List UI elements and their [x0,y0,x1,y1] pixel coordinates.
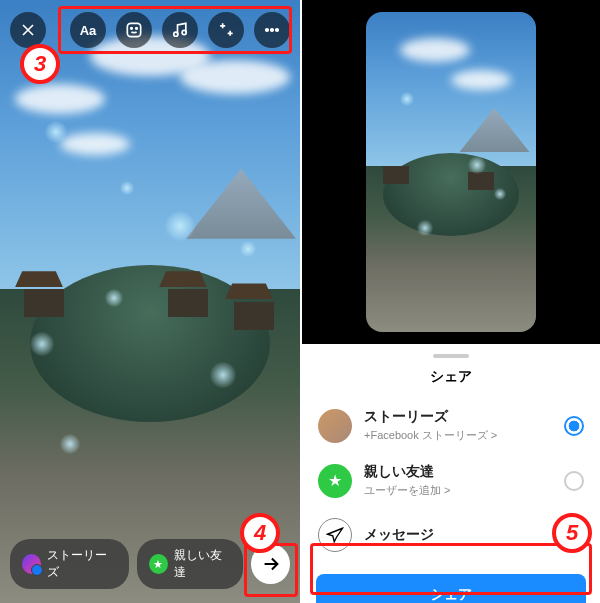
stories-option-icon [318,409,352,443]
share-option-close-friends[interactable]: ★ 親しい友達 ユーザーを追加 > [302,453,600,508]
more-button[interactable] [254,12,290,48]
preview-area [302,0,600,344]
music-button[interactable] [162,12,198,48]
your-story-label: ストーリーズ [47,547,116,581]
close-friends-option-icon: ★ [318,464,352,498]
svg-point-1 [131,28,133,30]
svg-point-4 [182,30,186,34]
story-photo [0,0,300,603]
share-sheet: シェア ストーリーズ +Facebook ストーリーズ > ★ 親しい友達 ユー… [302,344,600,603]
svg-point-6 [271,29,274,32]
close-friends-label: 親しい友達 [174,547,232,581]
svg-point-5 [266,29,269,32]
your-story-button[interactable]: ストーリーズ [10,539,129,589]
message-option-icon [318,518,352,552]
stories-option-subtitle: +Facebook ストーリーズ > [364,428,552,443]
share-sheet-screen: シェア ストーリーズ +Facebook ストーリーズ > ★ 親しい友達 ユー… [300,0,600,603]
close-friends-option-subtitle: ユーザーを追加 > [364,483,552,498]
close-friends-icon: ★ [149,554,168,574]
svg-point-2 [136,28,138,30]
sticker-button[interactable] [116,12,152,48]
text-tool-button[interactable]: Aa [70,12,106,48]
close-friends-option-radio[interactable] [564,471,584,491]
sheet-title: シェア [302,368,600,386]
share-button-label: シェア [430,586,472,602]
close-button[interactable] [10,12,46,48]
text-tool-label: Aa [80,23,97,38]
send-to-button[interactable] [251,544,290,584]
share-button[interactable]: シェア [316,574,586,603]
svg-point-7 [276,29,279,32]
story-editor-screen: Aa 3 ストーリーズ ★ 親しい友達 [0,0,300,603]
story-preview-thumbnail [366,12,536,332]
message-option-title: メッセージ [364,526,567,544]
share-option-message[interactable]: メッセージ › [302,508,600,562]
story-avatar-icon [22,554,41,574]
share-option-stories[interactable]: ストーリーズ +Facebook ストーリーズ > [302,398,600,453]
chevron-right-icon: › [579,526,584,544]
stories-option-title: ストーリーズ [364,408,552,426]
close-friends-button[interactable]: ★ 親しい友達 [137,539,244,589]
svg-rect-0 [127,23,140,36]
effects-button[interactable] [208,12,244,48]
close-friends-option-title: 親しい友達 [364,463,552,481]
svg-point-3 [174,32,178,36]
sheet-handle[interactable] [433,354,469,358]
stories-option-radio[interactable] [564,416,584,436]
